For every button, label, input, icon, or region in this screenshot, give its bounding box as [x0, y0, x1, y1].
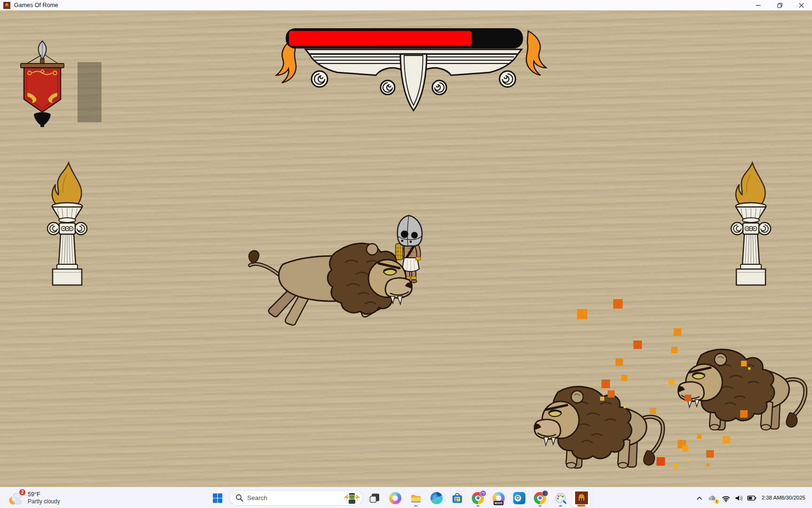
taskbar-app-task-view[interactable] [366, 489, 383, 507]
tray-expand-button[interactable] [694, 490, 705, 507]
close-icon [799, 3, 804, 8]
tray-date: 8/30/2025 [781, 494, 805, 501]
ember-particle [706, 463, 710, 467]
health-fill [289, 31, 472, 46]
taskbar: 2 59°F Partly cloudy [0, 487, 812, 508]
ember-particle [687, 459, 689, 461]
restore-icon [777, 3, 782, 8]
condition-label: Partly cloudy [28, 498, 60, 505]
ember-particle [608, 390, 615, 397]
ember-particle [671, 347, 678, 353]
ember-particle [613, 299, 623, 309]
taskbar-app-microsoft-store[interactable] [448, 489, 466, 507]
onedrive-tray-button[interactable]: ! [705, 490, 719, 507]
wifi-icon [721, 494, 731, 502]
search-input[interactable] [247, 494, 340, 501]
pediment [305, 49, 522, 111]
weather-widget[interactable]: 2 59°F Partly cloudy [5, 487, 63, 508]
taskbar-app-chrome-profile[interactable] [531, 489, 549, 507]
taskbar-app-edge[interactable] [428, 489, 445, 507]
task-view-icon [369, 492, 380, 504]
battery-icon [747, 494, 757, 502]
ember-particle [748, 367, 750, 370]
copilot-icon [389, 492, 401, 504]
ember-particle [616, 358, 623, 366]
app-icon-gladiator-helmet [3, 2, 10, 9]
ember-particle [741, 361, 747, 366]
speaker-icon [734, 494, 743, 502]
ember-particle [673, 464, 678, 468]
torch-column-left [41, 150, 93, 286]
edge-icon [430, 492, 443, 504]
taskbar-app-copilot[interactable] [386, 489, 404, 507]
torch-column-right [725, 150, 777, 286]
health-bar-assembly [273, 27, 550, 128]
ember-particle [706, 450, 714, 458]
volume-tray-button[interactable] [733, 490, 745, 507]
chevron-up-icon [695, 494, 703, 502]
weather-alert-badge: 2 [19, 489, 26, 496]
taskbar-app-file-explorer[interactable] [407, 489, 425, 507]
taskbar-app-paint[interactable] [552, 489, 570, 507]
ember-particle [674, 328, 681, 336]
ember-particle [650, 408, 656, 414]
network-tray-button[interactable] [719, 490, 733, 507]
bing-daily-frankenstein-icon [344, 492, 360, 505]
copilot-badge-icon [480, 490, 486, 497]
taskbar-app-outlook[interactable]: O [510, 489, 528, 507]
special-meter-depleted [78, 62, 102, 122]
window-title: Games Of Rome [14, 2, 58, 8]
ember-particle [740, 410, 748, 418]
ember-particle [633, 341, 642, 349]
lion-enemy-2 [675, 339, 812, 438]
ember-particle [577, 309, 587, 319]
ember-particle [669, 379, 674, 385]
onedrive-warning-badge: ! [714, 499, 719, 504]
chrome-icon [472, 492, 484, 504]
ember-particle [697, 434, 702, 439]
flame-curl-right [526, 31, 546, 75]
minimize-button[interactable] [747, 0, 769, 10]
m365-copilot-icon: M365 [492, 492, 505, 504]
outlook-icon: O [513, 492, 525, 504]
ember-particle [621, 375, 627, 381]
roman-banner [18, 40, 67, 127]
taskbar-app-m365-copilot[interactable]: M365 [490, 489, 508, 507]
ember-particle [600, 397, 604, 401]
file-explorer-icon [410, 492, 422, 504]
close-button[interactable] [790, 0, 812, 10]
maximize-restore-button[interactable] [769, 0, 790, 10]
microsoft-store-icon [451, 492, 463, 504]
taskbar-app-games-of-rome[interactable] [572, 489, 590, 507]
game-arena[interactable] [0, 10, 812, 487]
ember-particle [601, 380, 610, 388]
window-titlebar: Games Of Rome [0, 0, 812, 10]
lion-leaping [246, 234, 415, 331]
ember-particle [682, 445, 688, 452]
chrome-icon-2 [534, 492, 546, 504]
battery-tray-button[interactable] [745, 490, 759, 507]
taskbar-app-chrome-copilot[interactable] [469, 489, 487, 507]
start-button[interactable] [209, 489, 226, 507]
paint-icon [554, 492, 567, 504]
profile-avatar-badge [542, 490, 548, 497]
m365-badge: M365 [493, 501, 503, 505]
ember-particle [685, 395, 691, 401]
games-of-rome-icon [575, 492, 588, 504]
minimize-icon [756, 3, 761, 8]
search-icon [235, 494, 243, 502]
lion-enemy-1 [531, 376, 670, 476]
ember-particle [656, 457, 665, 466]
ember-particle [723, 436, 730, 444]
clock-widget[interactable]: 2:38 AM 8/30/2025 [759, 490, 809, 507]
tray-time: 2:38 AM [762, 494, 781, 501]
windows-logo-icon [212, 493, 223, 503]
ember-particle [624, 406, 626, 408]
temperature-label: 59°F [28, 491, 60, 498]
search-box[interactable] [229, 490, 363, 506]
